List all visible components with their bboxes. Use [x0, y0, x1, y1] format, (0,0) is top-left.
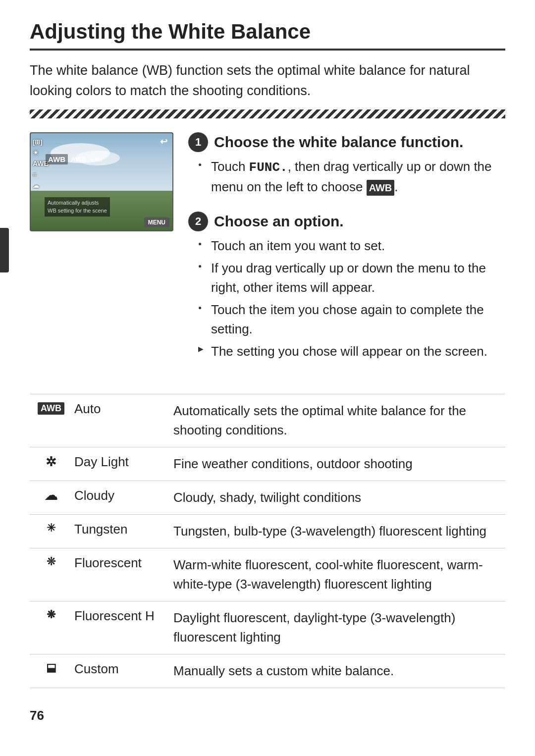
cam-desc-box: Automatically adjusts WB setting for the…	[45, 197, 110, 216]
step-1-number: 1	[188, 132, 208, 152]
func-text: FUNC.	[249, 160, 288, 175]
step-2-heading: 2 Choose an option.	[188, 212, 505, 231]
page-title: Adjusting the White Balance	[30, 20, 505, 51]
left-tab-decoration	[0, 228, 9, 272]
table-row: ⬓CustomManually sets a custom white bala…	[30, 654, 505, 688]
step-1-bullets: Touch FUNC., then drag vertically up or …	[188, 157, 505, 197]
table-row: ✲Day LightFine weather conditions, outdo…	[30, 447, 505, 481]
table-name-5: Fluorescent H	[66, 601, 165, 654]
step-2-block: 2 Choose an option. Touch an item you wa…	[188, 212, 505, 364]
step-2-number: 2	[188, 212, 208, 231]
table-desc-5: Daylight fluorescent, daylight-type (3-w…	[165, 601, 505, 654]
table-desc-0: Automatically sets the optimal white bal…	[165, 394, 505, 447]
wb-table: AWBAutoAutomatically sets the optimal wh…	[30, 394, 505, 688]
cam-icon-1: [⊞]	[33, 138, 49, 146]
table-name-2: Cloudy	[66, 481, 165, 515]
step-1-block: 1 Choose the white balance function. Tou…	[188, 132, 505, 200]
awb-row: AWB AWB Auto	[46, 154, 102, 164]
table-icon-4: ❊	[30, 548, 66, 601]
awb-icon-inline: AWB	[367, 180, 395, 196]
table-desc-6: Manually sets a custom white balance.	[165, 654, 505, 688]
table-icon-0: AWB	[30, 394, 66, 447]
step-2-bullets: Touch an item you want to set. If you dr…	[188, 236, 505, 361]
cam-menu-btn: MENU	[144, 217, 169, 227]
step-2-title: Choose an option.	[214, 213, 344, 230]
table-row: AWBAutoAutomatically sets the optimal wh…	[30, 394, 505, 447]
intro-text: The white balance (WB) function sets the…	[30, 60, 505, 101]
awb-badge-cam: AWB	[46, 154, 68, 164]
step-2-bullet-2: If you drag vertically up or down the me…	[198, 259, 505, 297]
step-1-heading: 1 Choose the white balance function.	[188, 132, 505, 152]
table-name-6: Custom	[66, 654, 165, 688]
page-number: 76	[30, 708, 505, 723]
table-desc-2: Cloudy, shady, twilight conditions	[165, 481, 505, 515]
camera-ui-thumbnail: [⊞] ☀ AWB ≡ ☁ AWB AWB Auto Automatically…	[30, 132, 173, 231]
steps-area: [⊞] ☀ AWB ≡ ☁ AWB AWB Auto Automatically…	[30, 132, 505, 376]
step-2-bullet-4: The setting you chose will appear on the…	[198, 342, 505, 361]
table-name-4: Fluorescent	[66, 548, 165, 601]
table-row: ❋Fluorescent HDaylight fluorescent, dayl…	[30, 601, 505, 654]
table-row: ✳TungstenTungsten, bulb-type (3-waveleng…	[30, 515, 505, 548]
table-row: ☁CloudyCloudy, shady, twilight condition…	[30, 481, 505, 515]
table-icon-3: ✳	[30, 515, 66, 548]
cam-icon-4: ☁	[33, 182, 49, 190]
table-name-1: Day Light	[66, 447, 165, 481]
desc-line2: WB setting for the scene	[48, 208, 107, 214]
step-2-bullet-3: Touch the item you chose again to comple…	[198, 300, 505, 339]
step-1-bullet-1: Touch FUNC., then drag vertically up or …	[198, 157, 505, 197]
cam-icon-3: ≡	[33, 171, 49, 179]
table-name-3: Tungsten	[66, 515, 165, 548]
table-row: ❊FluorescentWarm-white fluorescent, cool…	[30, 548, 505, 601]
table-name-0: Auto	[66, 394, 165, 447]
steps-instructions: 1 Choose the white balance function. Tou…	[188, 132, 505, 376]
back-arrow-icon: ↩	[160, 136, 167, 147]
awb-mode-label: AWB	[71, 156, 86, 163]
step-2-bullet-1: Touch an item you want to set.	[198, 236, 505, 256]
table-desc-4: Warm-white fluorescent, cool-white fluor…	[165, 548, 505, 601]
auto-text: Auto	[89, 156, 102, 163]
table-icon-5: ❋	[30, 601, 66, 654]
table-icon-6: ⬓	[30, 654, 66, 688]
table-desc-3: Tungsten, bulb-type (3-wavelength) fluor…	[165, 515, 505, 548]
table-icon-1: ✲	[30, 447, 66, 481]
table-desc-1: Fine weather conditions, outdoor shootin…	[165, 447, 505, 481]
step-1-title: Choose the white balance function.	[214, 134, 463, 151]
stripe-divider	[30, 109, 505, 118]
table-icon-2: ☁	[30, 481, 66, 515]
desc-line1: Automatically adjusts	[48, 200, 99, 206]
